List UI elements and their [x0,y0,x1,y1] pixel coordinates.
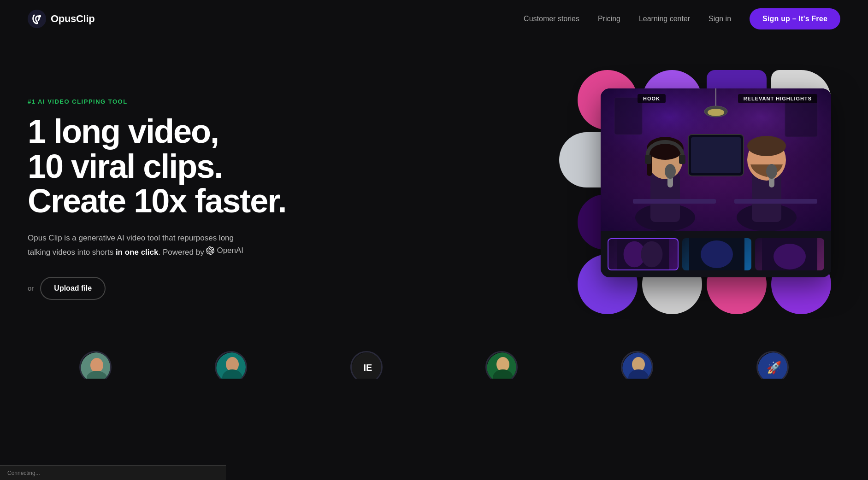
avatar-6: 🚀 [756,351,789,379]
hero-cta: or Upload file [28,277,327,300]
video-label-hook: HOOK [638,94,666,103]
avatars-row: IE 🚀 [0,351,868,379]
avatar-4 [485,351,518,379]
svg-point-34 [701,240,733,268]
nav-customer-stories[interactable]: Customer stories [524,15,579,23]
hero-title: 1 long video, 10 viral clips. Create 10x… [28,114,327,219]
thumb-svg-1 [608,239,678,269]
hero-title-line1: 1 long video, [28,113,218,150]
openai-icon [206,246,214,255]
video-thumbnails [601,231,831,277]
svg-point-22 [747,136,786,156]
thumb-svg-2 [682,238,751,270]
navbar: OpusClip Customer stories Pricing Learni… [0,0,868,38]
hero-title-line3: Create 10x faster. [28,182,286,219]
hero-visual: HOOK RELEVANT HIGHLIGHTS [555,61,868,328]
avatar-svg-2 [216,352,247,379]
svg-point-1 [38,15,41,18]
avatar-svg-3: IE [352,352,383,379]
video-main: HOOK RELEVANT HIGHLIGHTS [601,88,831,231]
svg-rect-14 [645,155,651,164]
hero-desc-bold: in one click [116,248,159,257]
thumbnail-2[interactable] [682,238,751,270]
svg-rect-15 [679,155,685,164]
svg-rect-13 [660,144,671,151]
svg-rect-18 [633,199,716,204]
hero-badge: #1 AI VIDEO CLIPPING TOOL [28,98,327,105]
hero-desc-after: . Powered by [158,248,206,257]
nav-pricing[interactable]: Pricing [598,15,620,23]
svg-point-0 [28,10,46,28]
svg-text:🚀: 🚀 [767,360,782,375]
thumbnail-3[interactable] [755,238,824,270]
nav-signin[interactable]: Sign in [709,15,731,23]
avatar-3: IE [350,351,383,379]
video-label-highlights: RELEVANT HIGHLIGHTS [738,94,817,103]
avatar-svg-5 [622,352,653,379]
hero-description: Opus Clip is a generative AI video tool … [28,232,249,258]
avatar-svg-4 [487,352,518,379]
avatar-svg-1 [81,352,112,379]
status-bar: Connecting... [0,465,226,480]
avatar-1 [79,351,112,379]
svg-point-7 [708,109,724,116]
openai-label: OpenAI [217,244,243,257]
avatar-5 [621,351,653,379]
avatar-2 [215,351,247,379]
thumb-svg-3 [755,238,824,270]
svg-text:IE: IE [363,363,372,373]
nav-signup-button[interactable]: Sign up – It's Free [750,8,840,29]
logo-icon [28,10,46,28]
nav-learning-center[interactable]: Learning center [639,15,690,23]
avatar-svg-6: 🚀 [758,352,789,379]
status-text: Connecting... [7,470,40,476]
svg-point-17 [665,164,676,179]
hero-content: #1 AI VIDEO CLIPPING TOOL 1 long video, … [28,98,327,300]
svg-rect-27 [691,137,741,173]
svg-point-36 [774,244,806,269]
openai-badge: OpenAI [206,244,243,257]
video-card: HOOK RELEVANT HIGHLIGHTS [601,88,831,277]
thumbnail-1[interactable] [608,238,679,270]
hero-title-line2: 10 viral clips. [28,148,222,185]
svg-rect-28 [614,98,642,135]
cta-or-label: or [28,284,34,292]
svg-rect-25 [734,199,817,204]
upload-file-button[interactable]: Upload file [40,277,106,300]
podcast-scene-svg [601,88,831,231]
svg-point-32 [641,241,662,268]
hero-section: #1 AI VIDEO CLIPPING TOOL 1 long video, … [0,38,868,351]
logo-text: OpusClip [51,13,94,25]
video-scene [601,88,831,231]
logo[interactable]: OpusClip [28,10,94,28]
svg-point-38 [90,358,103,373]
nav-links: Customer stories Pricing Learning center… [524,8,840,29]
svg-point-24 [766,164,777,179]
